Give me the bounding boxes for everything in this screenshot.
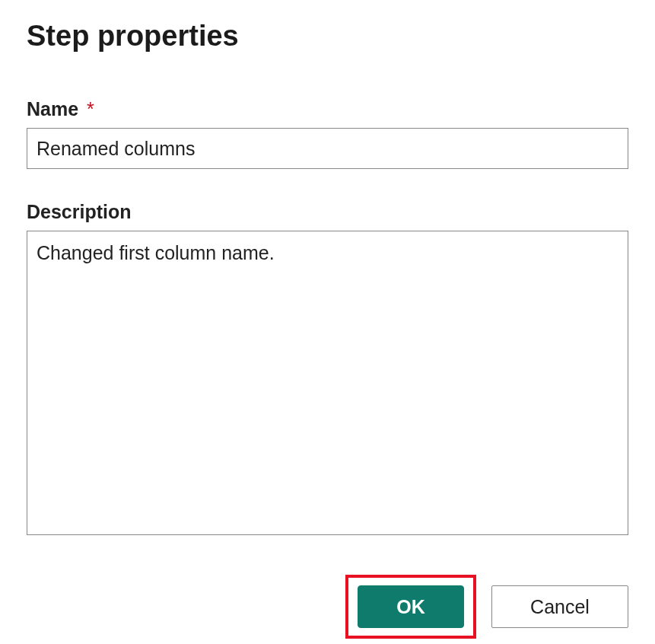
name-label-text: Name — [27, 98, 78, 120]
description-field-group: Description — [27, 201, 628, 538]
button-row: OK Cancel — [27, 575, 628, 639]
name-label: Name * — [27, 98, 628, 120]
description-label: Description — [27, 201, 628, 223]
description-input[interactable] — [27, 231, 628, 535]
name-input[interactable] — [27, 128, 628, 169]
cancel-button[interactable]: Cancel — [491, 585, 628, 628]
name-field-group: Name * — [27, 98, 628, 201]
ok-highlight-box: OK — [345, 575, 476, 639]
dialog-title: Step properties — [27, 20, 628, 53]
required-asterisk: * — [87, 98, 94, 120]
ok-button[interactable]: OK — [358, 585, 464, 628]
